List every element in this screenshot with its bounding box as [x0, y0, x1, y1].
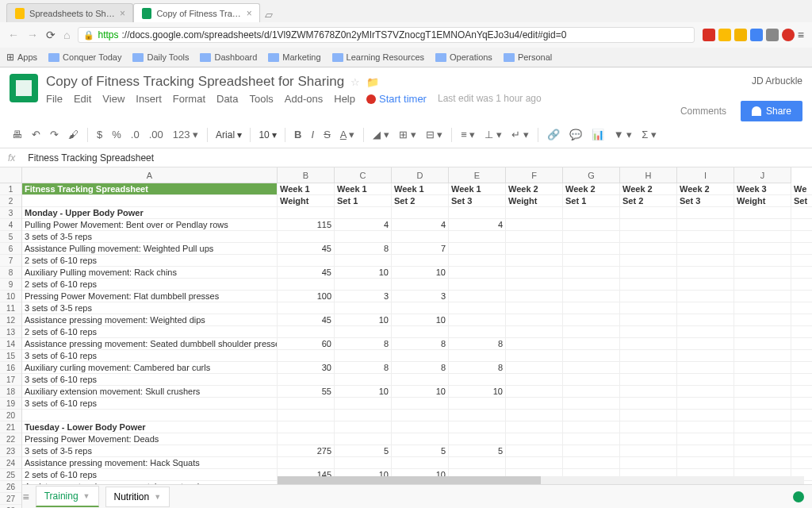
cell[interactable] — [734, 338, 791, 350]
cell[interactable] — [563, 374, 620, 386]
cell[interactable]: 3 sets of 6-10 reps — [22, 398, 278, 410]
cell[interactable] — [506, 243, 563, 255]
menu-format[interactable]: Format — [173, 93, 205, 105]
cell[interactable]: 45 — [278, 243, 335, 255]
row-header[interactable]: 5 — [0, 231, 21, 243]
cell[interactable] — [791, 267, 812, 279]
cell[interactable] — [335, 410, 392, 421]
cell[interactable] — [677, 433, 734, 445]
cell[interactable] — [506, 326, 563, 338]
cell[interactable] — [563, 457, 620, 469]
currency-button[interactable]: $ — [93, 125, 106, 144]
menu-edit[interactable]: Edit — [74, 93, 91, 105]
cell[interactable] — [563, 291, 620, 302]
bookmark-folder[interactable]: Personal — [504, 52, 552, 62]
cell[interactable] — [506, 398, 563, 410]
cell[interactable] — [677, 374, 734, 386]
cell[interactable] — [791, 386, 812, 398]
row-header[interactable]: 9 — [0, 279, 21, 291]
ext-icon[interactable] — [703, 29, 715, 41]
cell[interactable] — [563, 410, 620, 421]
cell[interactable] — [791, 207, 812, 219]
cell[interactable] — [677, 386, 734, 398]
cell[interactable]: 3 sets of 6-10 reps — [22, 350, 278, 362]
row-header[interactable]: 8 — [0, 267, 21, 279]
cell[interactable] — [278, 433, 335, 445]
cell[interactable] — [563, 219, 620, 231]
cell[interactable] — [620, 362, 677, 374]
cell[interactable] — [392, 326, 449, 338]
cell[interactable] — [449, 207, 506, 219]
menu-help[interactable]: Help — [334, 93, 355, 105]
cell[interactable] — [620, 386, 677, 398]
cell[interactable] — [449, 314, 506, 326]
cell[interactable]: 45 — [278, 267, 335, 279]
start-timer-button[interactable]: Start timer — [366, 93, 427, 105]
cell[interactable] — [449, 374, 506, 386]
cell[interactable] — [335, 326, 392, 338]
horizontal-scrollbar[interactable] — [278, 476, 804, 484]
cell[interactable] — [620, 410, 677, 421]
cell[interactable] — [791, 279, 812, 291]
cell[interactable] — [620, 314, 677, 326]
cell[interactable]: Week 2 — [677, 183, 734, 195]
row-header[interactable]: 22 — [0, 433, 21, 445]
valign-button[interactable]: ⊥ ▾ — [481, 125, 506, 144]
cell[interactable]: Weight — [278, 195, 335, 207]
cell[interactable]: Week 1 — [278, 183, 335, 195]
cell[interactable] — [620, 326, 677, 338]
cell[interactable]: Set — [791, 195, 812, 207]
cell[interactable] — [620, 255, 677, 267]
cell[interactable]: 2 sets of 6-10 reps — [22, 326, 278, 338]
cell[interactable] — [392, 255, 449, 267]
menu-view[interactable]: View — [102, 93, 124, 105]
reload-icon[interactable]: ⟳ — [46, 29, 56, 41]
cell[interactable] — [278, 326, 335, 338]
cell[interactable] — [677, 291, 734, 302]
menu-insert[interactable]: Insert — [136, 93, 162, 105]
cell[interactable] — [335, 374, 392, 386]
cell[interactable] — [620, 207, 677, 219]
cell[interactable] — [278, 374, 335, 386]
cell[interactable] — [734, 457, 791, 469]
row-header[interactable]: 15 — [0, 350, 21, 362]
redo-icon[interactable]: ↷ — [46, 125, 63, 144]
cell[interactable] — [278, 231, 335, 243]
cell[interactable] — [563, 386, 620, 398]
cell[interactable] — [734, 421, 791, 433]
cell[interactable] — [677, 243, 734, 255]
cell[interactable] — [620, 243, 677, 255]
ext-icon[interactable] — [782, 29, 795, 41]
row-header[interactable]: 27 — [0, 493, 21, 505]
cell[interactable]: Week 3 — [734, 183, 791, 195]
cell[interactable]: Auxiliary extension movement: Skull crus… — [22, 386, 278, 398]
cell[interactable] — [677, 302, 734, 314]
cell[interactable] — [449, 433, 506, 445]
cell[interactable] — [791, 302, 812, 314]
cell[interactable] — [449, 302, 506, 314]
cell[interactable] — [734, 279, 791, 291]
cell[interactable]: Tuesday - Lower Body Power — [22, 421, 278, 433]
cell[interactable]: 45 — [278, 314, 335, 326]
cell[interactable] — [506, 410, 563, 421]
cell[interactable] — [734, 410, 791, 421]
cell[interactable] — [734, 445, 791, 457]
cell[interactable] — [563, 243, 620, 255]
row-header[interactable]: 23 — [0, 445, 21, 457]
cells[interactable]: Fitness Tracking SpreadsheetWeek 1Week 1… — [22, 183, 812, 508]
row-header[interactable]: 6 — [0, 243, 21, 255]
cell[interactable]: Auxiliary Pulling movement: Rack chins — [22, 267, 278, 279]
cell[interactable]: 60 — [278, 338, 335, 350]
cell[interactable] — [791, 362, 812, 374]
cell[interactable] — [791, 326, 812, 338]
print-icon[interactable]: 🖶 — [8, 125, 26, 144]
ext-icon[interactable] — [750, 29, 763, 41]
cell[interactable]: 8 — [392, 362, 449, 374]
select-all-corner[interactable] — [0, 167, 22, 183]
cell[interactable] — [677, 219, 734, 231]
ext-icon[interactable] — [766, 29, 779, 41]
cell[interactable]: Weight — [506, 195, 563, 207]
cell[interactable] — [677, 410, 734, 421]
paint-format-icon[interactable]: 🖌 — [64, 125, 82, 144]
cell[interactable]: 115 — [278, 219, 335, 231]
